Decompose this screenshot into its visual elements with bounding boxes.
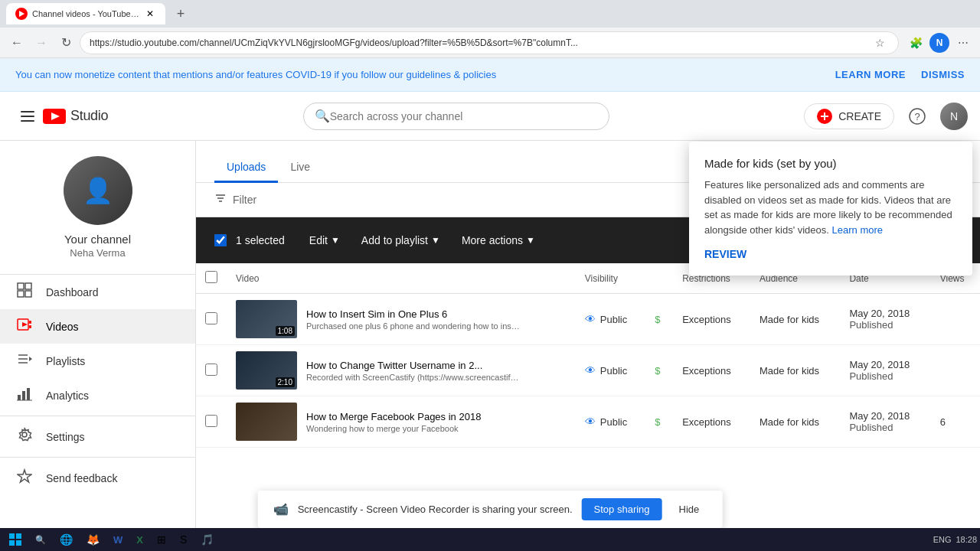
svg-rect-10 xyxy=(25,291,31,297)
svg-text:?: ? xyxy=(914,111,920,122)
video-desc-2: Recorded with ScreenCastify (https://www… xyxy=(306,373,521,382)
video-title-2[interactable]: How to Change Twitter Username in 2... xyxy=(306,360,521,371)
row-checkbox-cell-2 xyxy=(196,345,227,396)
hide-button[interactable]: Hide xyxy=(671,498,707,520)
video-title-1[interactable]: How to Insert Sim in One Plus 6 xyxy=(306,308,521,320)
table-row: 2:10 How to Change Twitter Username in 2… xyxy=(196,345,980,396)
hamburger-icon xyxy=(21,111,34,122)
sidebar-item-analytics[interactable]: Analytics xyxy=(0,378,195,412)
more-actions-button[interactable]: More actions ▼ xyxy=(452,228,544,253)
browser-profile[interactable]: N xyxy=(929,33,949,53)
row-checkbox-3[interactable] xyxy=(205,415,217,427)
row-visibility-cell-3: 👁 Public xyxy=(576,396,645,448)
sidebar-item-playlists[interactable]: Playlists xyxy=(0,344,195,378)
select-all-checkbox[interactable] xyxy=(214,234,227,246)
url-text: https://studio.youtube.com/channel/UCmZi… xyxy=(90,37,871,48)
more-actions-label: More actions xyxy=(462,234,523,246)
youtube-logo-icon xyxy=(43,109,66,124)
video-title-3[interactable]: How to Merge Facebook Pages in 2018 xyxy=(306,411,481,422)
back-button[interactable]: ← xyxy=(6,32,28,54)
svg-rect-27 xyxy=(9,533,15,539)
more-options-icon[interactable]: ⋯ xyxy=(952,32,974,54)
taskbar-windows-button-2[interactable]: ⊞ xyxy=(151,530,172,549)
filter-icon xyxy=(214,192,227,207)
row-date-cell-3: May 20, 2018 Published xyxy=(840,396,930,448)
row-date-cell-2: May 20, 2018 Published xyxy=(840,345,930,396)
status-3: Published xyxy=(849,422,921,433)
search-input[interactable] xyxy=(330,110,598,122)
search-icon: 🔍 xyxy=(315,109,330,123)
refresh-button[interactable]: ↻ xyxy=(55,32,77,54)
channel-avatar[interactable]: 👤 xyxy=(64,156,132,225)
svg-rect-4 xyxy=(821,116,828,117)
thumbnail-duration-1: 1:08 xyxy=(276,326,295,336)
tab-live[interactable]: Live xyxy=(278,153,322,183)
add-to-playlist-button[interactable]: Add to playlist ▼ xyxy=(352,228,449,253)
dashboard-icon xyxy=(15,282,34,302)
video-thumbnail-3[interactable] xyxy=(236,403,297,441)
extensions-icon[interactable]: 🧩 xyxy=(905,32,926,54)
col-checkbox xyxy=(196,263,227,294)
search-bar[interactable]: 🔍 xyxy=(303,103,609,130)
header-checkbox[interactable] xyxy=(205,271,217,283)
row-video-cell-3: How to Merge Facebook Pages in 2018 Wond… xyxy=(227,396,576,448)
screen-share-bar: 📹 Screencastify - Screen Video Recorder … xyxy=(258,491,723,528)
video-info-2: How to Change Twitter Username in 2... R… xyxy=(306,360,521,382)
stop-sharing-button[interactable]: Stop sharing xyxy=(582,498,662,520)
row-restrictions-cell-2: Exceptions xyxy=(673,345,750,396)
video-cell-3: How to Merge Facebook Pages in 2018 Wond… xyxy=(236,403,567,441)
taskbar-music-button[interactable]: 🎵 xyxy=(194,530,220,549)
tab-close-button[interactable]: ✕ xyxy=(144,8,156,20)
address-bar[interactable]: https://studio.youtube.com/channel/UCmZi… xyxy=(80,31,899,54)
sidebar-item-settings[interactable]: Settings xyxy=(0,419,195,454)
col-visibility[interactable]: Visibility xyxy=(576,263,645,294)
svg-rect-8 xyxy=(25,283,31,289)
sidebar-item-videos[interactable]: Videos xyxy=(0,309,195,344)
taskbar-firefox-button[interactable]: 🦊 xyxy=(80,530,106,549)
taskbar-skype-button[interactable]: S xyxy=(174,530,193,549)
video-thumbnail-1[interactable]: 1:08 xyxy=(236,300,297,338)
yt-studio-logo[interactable]: Studio xyxy=(43,108,108,124)
new-tab-button[interactable]: + xyxy=(170,3,191,24)
row-date-cell-1: May 20, 2018 Published xyxy=(840,294,930,345)
col-monetization[interactable] xyxy=(645,263,673,294)
user-avatar[interactable]: N xyxy=(940,103,968,130)
visibility-label-2: Public xyxy=(600,365,627,377)
sidebar-item-feedback[interactable]: Send feedback xyxy=(0,461,195,495)
taskbar-search-button[interactable]: 🔍 xyxy=(29,530,52,549)
tooltip-review-button[interactable]: REVIEW xyxy=(704,248,746,260)
taskbar-system-tray: ENG 18:28 xyxy=(933,535,977,544)
row-checkbox[interactable] xyxy=(205,312,217,324)
tooltip-learn-more-link[interactable]: Learn more xyxy=(832,224,883,236)
tooltip-title: Made for kids (set by you) xyxy=(704,157,957,170)
col-video[interactable]: Video xyxy=(227,263,576,294)
taskbar-start-button[interactable] xyxy=(3,530,28,549)
edit-button[interactable]: Edit ▼ xyxy=(300,228,349,253)
taskbar-excel-button[interactable]: X xyxy=(130,530,149,549)
bookmark-icon[interactable]: ☆ xyxy=(871,34,889,52)
create-button[interactable]: CREATE xyxy=(804,103,894,129)
help-button[interactable]: ? xyxy=(903,103,931,130)
row-audience-cell-1: Made for kids xyxy=(750,294,840,345)
learn-more-button[interactable]: LEARN MORE xyxy=(835,69,906,80)
tooltip-body: Features like personalized ads and comme… xyxy=(704,178,957,237)
monetization-icon-1: $ xyxy=(655,314,660,325)
taskbar-ie-button[interactable]: 🌐 xyxy=(54,530,79,549)
row-video-cell: 1:08 How to Insert Sim in One Plus 6 Pur… xyxy=(227,294,576,345)
svg-rect-9 xyxy=(18,291,24,297)
browser-tab[interactable]: Channel videos - YouTube Studi... ✕ xyxy=(6,3,165,24)
row-checkbox-2[interactable] xyxy=(205,364,217,376)
feedback-icon xyxy=(15,468,34,487)
video-thumbnail-2[interactable]: 2:10 xyxy=(236,351,297,390)
sidebar-item-dashboard[interactable]: Dashboard xyxy=(0,275,195,309)
forward-button[interactable]: → xyxy=(31,32,52,54)
hamburger-menu[interactable] xyxy=(12,101,43,132)
dismiss-button[interactable]: DISMISS xyxy=(921,69,965,80)
settings-label: Settings xyxy=(46,431,85,443)
taskbar-word-button[interactable]: W xyxy=(107,530,129,549)
date-1: May 20, 2018 xyxy=(849,308,921,319)
browser-nav: ← → ↻ https://studio.youtube.com/channel… xyxy=(0,28,980,58)
filter-label: Filter xyxy=(233,194,256,206)
tab-uploads[interactable]: Uploads xyxy=(214,153,278,183)
restrictions-1: Exceptions xyxy=(682,314,731,325)
